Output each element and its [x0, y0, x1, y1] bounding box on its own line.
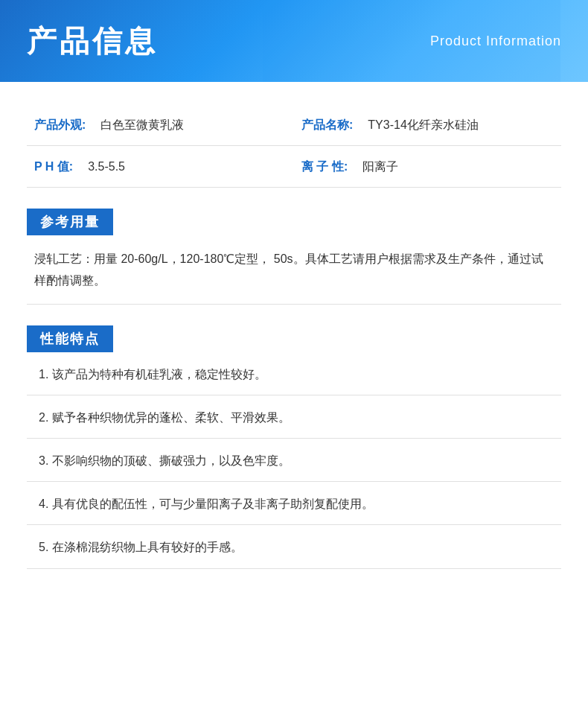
- feature-item-2: 2. 赋予各种织物优异的蓬松、柔软、平滑效果。: [27, 395, 561, 439]
- page-title-en: Product Information: [430, 34, 561, 49]
- appearance-cell: 产品外观: 白色至微黄乳液: [27, 104, 294, 145]
- reference-dosage-section: 参考用量 浸轧工艺：用量 20-60g/L，120-180℃定型， 50s。具体…: [27, 192, 561, 305]
- reference-dosage-text: 浸轧工艺：用量 20-60g/L，120-180℃定型， 50s。具体工艺请用户…: [27, 235, 561, 305]
- appearance-value: 白色至微黄乳液: [100, 118, 184, 133]
- ionic-value: 阳离子: [362, 159, 398, 175]
- info-row-2: P H 值: 3.5-5.5 离 子 性: 阳离子: [27, 146, 561, 188]
- appearance-label: 产品外观:: [34, 118, 86, 133]
- feature-item-1: 1. 该产品为特种有机硅乳液，稳定性较好。: [27, 352, 561, 395]
- page-title-cn: 产品信息: [27, 21, 158, 62]
- performance-heading: 性能特点: [27, 325, 113, 352]
- ph-label: P H 值:: [34, 159, 73, 175]
- product-name-value: TY3-14化纤亲水硅油: [368, 118, 478, 133]
- ph-value: 3.5-5.5: [88, 160, 125, 174]
- page-header: 产品信息 Product Information: [0, 0, 588, 82]
- reference-dosage-heading: 参考用量: [27, 209, 113, 235]
- product-name-label: 产品名称:: [301, 118, 353, 133]
- ionic-label: 离 子 性:: [301, 159, 348, 175]
- info-row-1: 产品外观: 白色至微黄乳液 产品名称: TY3-14化纤亲水硅油: [27, 104, 561, 146]
- feature-item-5: 5. 在涤棉混纺织物上具有较好的手感。: [27, 525, 561, 568]
- performance-section: 性能特点 1. 该产品为特种有机硅乳液，稳定性较好。 2. 赋予各种织物优异的蓬…: [27, 309, 561, 569]
- main-content: 产品外观: 白色至微黄乳液 产品名称: TY3-14化纤亲水硅油 P H 值: …: [0, 82, 588, 591]
- ph-cell: P H 值: 3.5-5.5: [27, 146, 294, 187]
- product-name-cell: 产品名称: TY3-14化纤亲水硅油: [294, 104, 561, 145]
- feature-item-4: 4. 具有优良的配伍性，可与少量阳离子及非离子助剂复配使用。: [27, 482, 561, 525]
- ionic-cell: 离 子 性: 阳离子: [294, 146, 561, 187]
- feature-item-3: 3. 不影响织物的顶破、撕破强力，以及色牢度。: [27, 439, 561, 482]
- product-info-table: 产品外观: 白色至微黄乳液 产品名称: TY3-14化纤亲水硅油 P H 值: …: [27, 104, 561, 188]
